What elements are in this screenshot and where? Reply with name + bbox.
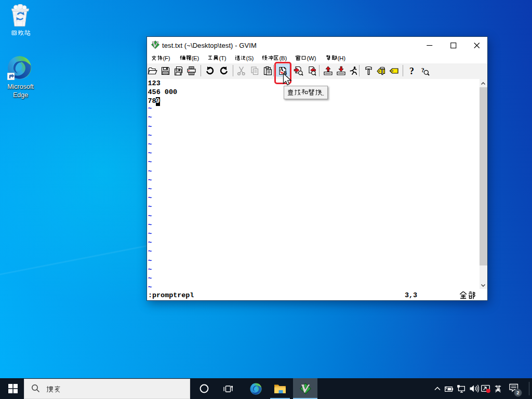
svg-text:?: ? <box>409 66 414 76</box>
